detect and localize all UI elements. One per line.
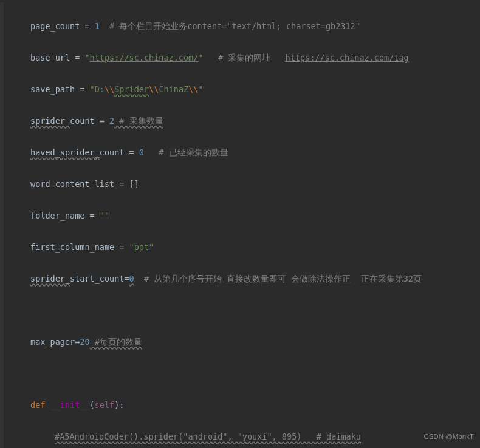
gutter	[0, 2, 4, 448]
code-line[interactable]: max_pager=20 #每页的数量	[6, 334, 480, 350]
keyword: def	[30, 400, 50, 410]
variable: start_count	[70, 274, 124, 283]
string: "	[84, 53, 89, 63]
variable: base_url	[30, 53, 70, 63]
variable: count	[70, 116, 95, 126]
code-line[interactable]: save_path = "D:\\Sprider\\ChinaZ\\"	[6, 81, 480, 97]
string: "D:	[90, 84, 105, 94]
number: 2	[109, 116, 114, 126]
comment: # 采集数量	[114, 116, 163, 126]
string: "	[198, 84, 203, 94]
variable: sprider_	[30, 116, 70, 126]
watermark: CSDN @MonkT	[423, 429, 474, 444]
variable: haved_sprider_	[30, 148, 100, 157]
code-line[interactable]: sprider_count = 2 # 采集数量	[6, 113, 480, 129]
escape: \\	[149, 84, 159, 94]
variable: word_content_list	[30, 179, 114, 189]
operator: =	[80, 21, 94, 31]
variable: folder_name	[30, 211, 84, 220]
self-param: self	[95, 400, 115, 410]
number: 0	[129, 274, 134, 283]
escape: \\	[105, 84, 114, 94]
operator: =	[95, 116, 109, 126]
number: 0	[139, 148, 144, 157]
comment: #每页的数量	[90, 337, 142, 347]
blank-line	[6, 365, 480, 381]
operator: = []	[114, 179, 139, 189]
variable: count	[100, 148, 125, 157]
operator: =	[75, 84, 89, 94]
function-name: __init__	[50, 400, 90, 410]
comment: # 已经采集的数量	[144, 148, 228, 157]
code-line[interactable]: #A5AndroidCoder().sprider("android", "yo…	[6, 429, 480, 444]
string: "ppt"	[129, 242, 154, 252]
variable: save_path	[30, 84, 75, 94]
paren: (	[90, 400, 95, 410]
operator: =	[70, 53, 84, 63]
code-line[interactable]: page_count = 1 # 每个栏目开始业务content="text/h…	[6, 18, 480, 34]
url-link[interactable]: https://sc.chinaz.com/	[90, 53, 199, 63]
comment: # 采集的网址	[204, 53, 286, 63]
comment: #A5AndroidCoder().sprider("android", "yo…	[55, 432, 361, 441]
string: "	[198, 53, 203, 63]
code-line[interactable]: haved_sprider_count = 0 # 已经采集的数量	[6, 144, 480, 160]
paren: ):	[114, 400, 124, 410]
comment: # 从第几个序号开始 直接改数量即可 会做除法操作正 正在采集第32页	[134, 274, 422, 283]
variable: sprider_	[30, 274, 70, 283]
code-line[interactable]: folder_name = ""	[6, 208, 480, 223]
operator: =	[114, 242, 129, 252]
variable: page_count	[30, 21, 80, 31]
string: ""	[100, 211, 109, 220]
blank-line	[6, 302, 480, 318]
variable: first_column_name	[30, 242, 114, 252]
code-line[interactable]: def __init__(self):	[6, 397, 480, 413]
number: 1	[95, 21, 100, 31]
code-line[interactable]: base_url = "https://sc.chinaz.com/" # 采集…	[6, 50, 480, 66]
escape: \\	[188, 84, 198, 94]
operator: =	[124, 274, 129, 283]
variable: max_pager	[30, 337, 75, 347]
number: 20	[80, 337, 89, 347]
string: ChinaZ	[159, 84, 188, 94]
string: Sprider	[114, 84, 149, 94]
operator: =	[124, 148, 139, 157]
code-line[interactable]: word_content_list = []	[6, 176, 480, 192]
code-editor[interactable]: page_count = 1 # 每个栏目开始业务content="text/h…	[6, 2, 480, 448]
code-line[interactable]: first_column_name = "ppt"	[6, 239, 480, 255]
operator: =	[84, 211, 99, 220]
comment: # 每个栏目开始业务content="text/html; charset=gb…	[100, 21, 360, 31]
url-comment[interactable]: https://sc.chinaz.com/tag	[286, 53, 409, 63]
code-line[interactable]: sprider_start_count=0 # 从第几个序号开始 直接改数量即可…	[6, 271, 480, 287]
